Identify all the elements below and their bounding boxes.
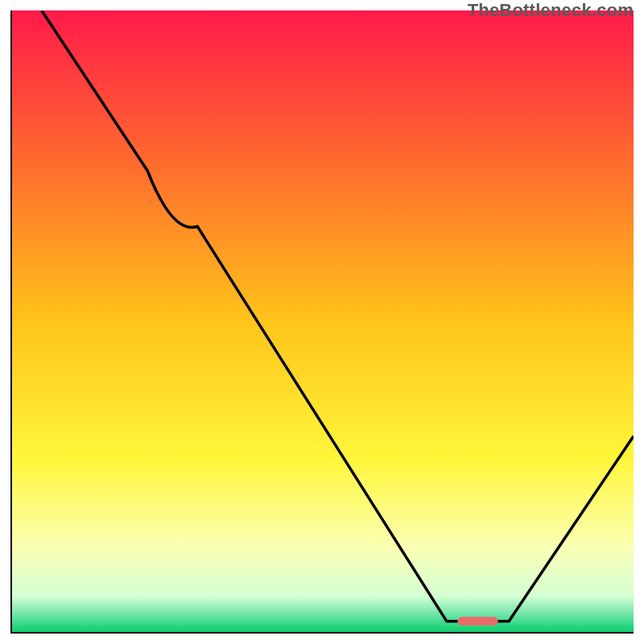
optimal-marker [457, 617, 497, 625]
bottleneck-chart: TheBottleneck.com [0, 0, 644, 644]
chart-svg [10, 10, 634, 634]
watermark-label: TheBottleneck.com [468, 0, 634, 21]
plot-area [10, 10, 634, 634]
